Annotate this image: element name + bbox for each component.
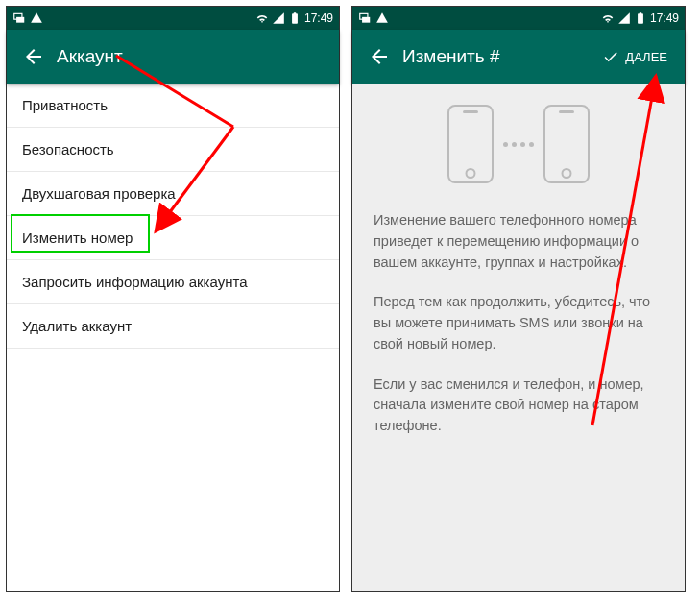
next-label: ДАЛЕЕ	[625, 50, 667, 64]
phone-old-icon	[447, 105, 494, 183]
svg-rect-5	[362, 17, 370, 23]
info-paragraph-1: Изменение вашего телефонного номера прив…	[374, 210, 664, 273]
list-item-request-info[interactable]: Запросить информацию аккаунта	[7, 260, 339, 304]
status-bar: 17:49	[352, 7, 685, 30]
list-item-security[interactable]: Безопасность	[7, 128, 339, 172]
battery-icon	[634, 12, 647, 25]
page-title: Изменить #	[402, 46, 500, 67]
back-button[interactable]	[360, 37, 398, 76]
status-time: 17:49	[304, 12, 333, 25]
arrow-back-icon	[368, 45, 391, 68]
overlay-icon	[358, 12, 372, 25]
transfer-dots-icon	[503, 142, 534, 147]
status-time: 17:49	[650, 12, 679, 25]
wifi-icon	[601, 12, 615, 25]
change-number-info: Изменение вашего телефонного номера прив…	[352, 84, 685, 591]
list-item-delete-account[interactable]: Удалить аккаунт	[7, 304, 339, 349]
info-paragraph-3: Если у вас сменился и телефон, и номер, …	[374, 374, 664, 437]
warning-icon	[30, 12, 43, 25]
arrow-back-icon	[22, 45, 45, 68]
phones-illustration	[374, 105, 664, 183]
wifi-icon	[255, 12, 269, 25]
list-item-two-step[interactable]: Двухшаговая проверка	[7, 172, 339, 216]
phone-right: 17:49 Изменить # ДАЛЕЕ Изменение вашего …	[351, 6, 686, 592]
next-button[interactable]: ДАЛЕЕ	[592, 37, 677, 76]
phone-left: 17:49 Аккаунт Приватность Безопасность Д…	[6, 6, 340, 592]
app-bar: Аккаунт	[7, 30, 339, 84]
list-item-privacy[interactable]: Приватность	[7, 84, 339, 128]
battery-icon	[288, 12, 302, 25]
check-icon	[602, 48, 619, 65]
phone-new-icon	[543, 105, 590, 183]
info-paragraph-2: Перед тем как продолжить, убедитесь, что…	[374, 292, 664, 354]
signal-icon	[272, 12, 285, 25]
warning-icon	[375, 12, 389, 25]
page-title: Аккаунт	[57, 46, 123, 67]
signal-icon	[617, 12, 631, 25]
overlay-icon	[12, 12, 26, 25]
status-bar: 17:49	[7, 7, 339, 30]
svg-rect-1	[16, 17, 24, 23]
app-bar: Изменить # ДАЛЕЕ	[352, 30, 685, 84]
settings-list: Приватность Безопасность Двухшаговая про…	[7, 84, 339, 591]
list-item-change-number[interactable]: Изменить номер	[7, 216, 339, 260]
back-button[interactable]	[14, 37, 53, 76]
